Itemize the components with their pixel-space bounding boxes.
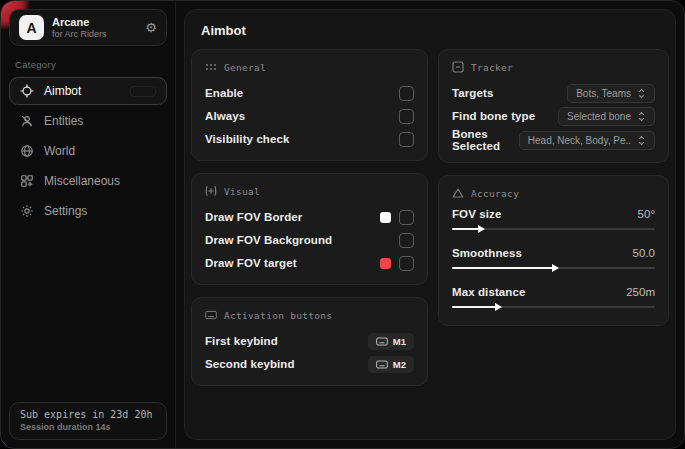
sidebar-item-entities[interactable]: Entities	[9, 107, 167, 135]
entities-icon	[20, 114, 34, 128]
slider-thumb[interactable]	[478, 225, 485, 233]
accuracy-card: Accuracy FOV size 50°	[438, 175, 669, 326]
brand-subtitle: for Arc Riders	[52, 29, 137, 39]
app-window: A Arcane for Arc Riders ⚙ Category Aimbo…	[0, 0, 685, 449]
fov-border-color-swatch[interactable]	[380, 212, 391, 223]
slider-thumb[interactable]	[552, 264, 559, 272]
sidebar-item-label: Aimbot	[44, 84, 81, 98]
section-title: Activation buttons	[224, 310, 332, 321]
section-title: General	[224, 62, 266, 73]
tracker-card: Tracker Targets Bots, Teams Find bone ty…	[438, 49, 669, 163]
fov-size-slider-block: FOV size 50°	[452, 208, 655, 234]
sidebar-item-label: Miscellaneous	[44, 174, 120, 188]
fov-target-color-swatch[interactable]	[380, 258, 391, 269]
sidebar-item-settings[interactable]: Settings	[9, 197, 167, 225]
first-keybind-button[interactable]: M1	[368, 333, 414, 350]
keybind-key-icon	[376, 337, 388, 346]
session-duration-text: Session duration 14s	[20, 422, 156, 432]
unfold-icon	[637, 111, 646, 122]
setting-row-second-keybind: Second keybind M2	[205, 353, 414, 375]
visual-card: Visual Draw FOV Border Draw FOV Backgrou…	[191, 173, 428, 285]
brand-logo: A	[19, 15, 44, 40]
fov-size-slider[interactable]	[452, 225, 655, 234]
sidebar: A Arcane for Arc Riders ⚙ Category Aimbo…	[1, 1, 176, 448]
setting-row-always: Always	[205, 105, 414, 127]
brand-card: A Arcane for Arc Riders ⚙	[9, 9, 167, 46]
second-keybind-button[interactable]: M2	[368, 356, 414, 373]
enable-checkbox[interactable]	[399, 86, 414, 101]
sidebar-item-label: Settings	[44, 204, 87, 218]
main-panel: Aimbot General Enable	[184, 9, 676, 440]
gear-icon[interactable]: ⚙	[145, 21, 157, 34]
sidebar-item-label: Entities	[44, 114, 83, 128]
triangle-icon	[452, 187, 464, 199]
slider-thumb[interactable]	[495, 303, 502, 311]
section-title: Accuracy	[471, 188, 519, 199]
subscription-card: Sub expires in 23d 20h Session duration …	[9, 402, 167, 440]
general-card: General Enable Always Visibility check	[191, 49, 428, 161]
sidebar-item-label: World	[44, 144, 75, 158]
dots-grid-icon	[205, 61, 217, 73]
setting-row-first-keybind: First keybind M1	[205, 330, 414, 352]
find-bone-type-dropdown[interactable]: Selected bone	[558, 107, 655, 126]
sidebar-item-miscellaneous[interactable]: Miscellaneous	[9, 167, 167, 195]
setting-row-targets: Targets Bots, Teams	[452, 82, 655, 104]
visibility-check-checkbox[interactable]	[399, 132, 414, 147]
fov-size-value: 50°	[638, 208, 655, 220]
section-title: Visual	[224, 186, 260, 197]
sidebar-nav: Aimbot Entities World Misce	[9, 77, 167, 225]
brand-name: Arcane	[52, 16, 137, 29]
max-distance-slider[interactable]	[452, 303, 655, 312]
keyboard-icon	[205, 309, 217, 321]
max-distance-value: 250m	[626, 286, 655, 298]
setting-row-visibility-check: Visibility check	[205, 128, 414, 150]
smoothness-slider[interactable]	[452, 264, 655, 273]
targets-dropdown[interactable]: Bots, Teams	[567, 84, 655, 103]
focus-plus-icon	[205, 185, 217, 197]
max-distance-slider-block: Max distance 250m	[452, 286, 655, 312]
keybind-key-icon	[376, 360, 388, 369]
settings-gear-icon	[20, 204, 34, 218]
mouse-cursor-fragment	[1, 439, 10, 449]
draw-fov-background-checkbox[interactable]	[399, 233, 414, 248]
section-title: Tracker	[471, 62, 513, 73]
smoothness-slider-block: Smoothness 50.0	[452, 247, 655, 273]
smoothness-value: 50.0	[633, 247, 655, 259]
draw-fov-border-checkbox[interactable]	[399, 210, 414, 225]
sidebar-item-aimbot[interactable]: Aimbot	[9, 77, 167, 105]
page-title: Aimbot	[185, 10, 675, 49]
globe-icon	[20, 144, 34, 158]
always-checkbox[interactable]	[399, 109, 414, 124]
sub-expiry-text: Sub expires in 23d 20h	[20, 409, 156, 420]
tracker-box-icon	[452, 61, 464, 73]
category-label: Category	[15, 59, 161, 70]
setting-row-bones-selected: Bones Selected Head, Neck, Body, Pe..	[452, 128, 655, 152]
sidebar-item-world[interactable]: World	[9, 137, 167, 165]
setting-row-enable: Enable	[205, 82, 414, 104]
unfold-icon	[637, 135, 646, 146]
crosshair-icon	[20, 84, 34, 98]
miscellaneous-icon	[20, 174, 34, 188]
sidebar-item-hint	[130, 86, 156, 97]
activation-buttons-card: Activation buttons First keybind M1 Seco…	[191, 297, 428, 386]
setting-row-draw-fov-border: Draw FOV Border	[205, 206, 414, 228]
setting-row-draw-fov-background: Draw FOV Background	[205, 229, 414, 251]
unfold-icon	[637, 88, 646, 99]
bones-selected-dropdown[interactable]: Head, Neck, Body, Pe..	[519, 131, 655, 150]
draw-fov-target-checkbox[interactable]	[399, 256, 414, 271]
setting-row-draw-fov-target: Draw FOV target	[205, 252, 414, 274]
setting-row-find-bone-type: Find bone type Selected bone	[452, 105, 655, 127]
